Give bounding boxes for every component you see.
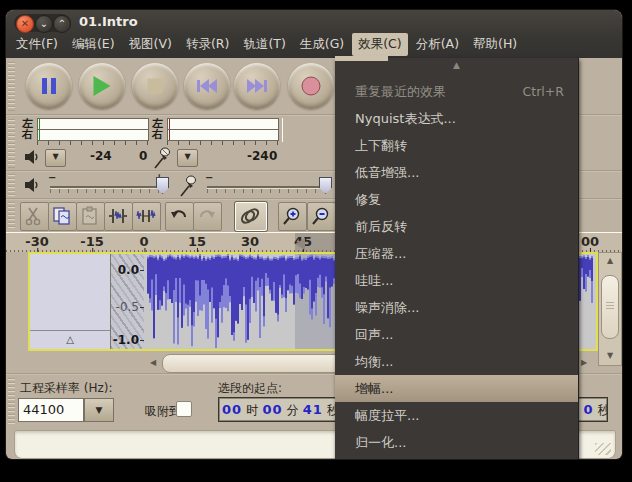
vertical-scroll-thumb[interactable] [601, 275, 619, 339]
skip-end-button[interactable] [234, 63, 280, 109]
trim-icon [108, 206, 128, 226]
stop-button[interactable] [132, 63, 178, 109]
paste-button[interactable] [76, 202, 105, 231]
maximize-button[interactable]: ⌃ [53, 15, 71, 33]
menu-anchor-strip [335, 56, 388, 61]
time-minutes[interactable]: 00 [262, 402, 282, 417]
shortcut-label: Ctrl+R [523, 78, 564, 105]
stop-icon [148, 79, 163, 94]
record-button[interactable] [288, 63, 334, 109]
menu-generate[interactable]: 生成(G) [294, 33, 350, 56]
zoom-out-icon [311, 206, 331, 226]
menu-item-wahwah[interactable]: 哇哇... [335, 267, 578, 294]
playback-meter-right-label: 右 [22, 130, 33, 140]
copy-button[interactable] [48, 202, 77, 231]
zoom-in-icon [282, 206, 302, 226]
skip-start-button[interactable] [184, 63, 230, 109]
playback-meter-ticks [37, 141, 149, 145]
playback-device-dropdown[interactable]: ▼ [45, 149, 66, 167]
menu-effects[interactable]: 效果(C) [352, 33, 407, 56]
menu-item-leveller[interactable]: 幅度拉平... [335, 402, 578, 429]
minimize-button[interactable]: ⌄ [35, 15, 53, 33]
zoom-in-button[interactable] [278, 202, 307, 231]
scroll-up-arrow[interactable]: ▲ [599, 256, 621, 265]
menu-help[interactable]: 帮助(H) [467, 33, 523, 56]
project-rate-value[interactable]: 44100 [18, 398, 84, 422]
toolbar-grip[interactable] [8, 62, 15, 111]
recording-device-dropdown[interactable]: ▼ [177, 149, 198, 167]
undo-button[interactable] [165, 202, 194, 231]
toolbar-grip[interactable] [8, 174, 15, 196]
menu-item-invert[interactable]: 上下翻转 [335, 132, 578, 159]
skip-start-icon [197, 79, 217, 93]
track-collapse-button[interactable]: △ [30, 331, 110, 349]
playback-meter-right-bar[interactable] [37, 129, 149, 141]
menu-item-reverse[interactable]: 前后反转 [335, 213, 578, 240]
menu-item-noise-removal[interactable]: 噪声消除... [335, 294, 578, 321]
copy-icon [52, 206, 72, 226]
timeline-label: 00 [581, 234, 599, 249]
snap-to-checkbox[interactable] [176, 401, 192, 417]
menu-item-equalization[interactable]: 均衡... [335, 348, 578, 375]
output-slider-ticks [50, 189, 167, 193]
menu-item-compressor[interactable]: 压缩器... [335, 240, 578, 267]
sync-lock-button[interactable] [235, 202, 267, 231]
zoom-out-button[interactable] [307, 202, 336, 231]
record-icon [302, 77, 321, 96]
menu-item-echo[interactable]: 回声... [335, 321, 578, 348]
resize-grip[interactable] [595, 443, 611, 455]
pause-button[interactable] [26, 63, 72, 109]
menu-edit[interactable]: 编辑(E) [66, 33, 121, 56]
pause-icon [42, 78, 56, 94]
redo-button[interactable] [193, 202, 222, 231]
recording-scale-minus24: -24 [247, 149, 269, 163]
menu-item-bass-boost[interactable]: 低音增强... [335, 159, 578, 186]
vertical-ruler[interactable]: 0.0 -0.5 -1.0 [111, 254, 144, 349]
track-control-panel[interactable]: △ [30, 254, 110, 349]
trim-button[interactable] [104, 202, 133, 231]
effects-menu: ▲ 重复最近的效果Ctrl+R Nyquist表达式... 上下翻转 低音增强.… [335, 58, 579, 459]
ruler-label: 0.0 [118, 263, 139, 277]
scroll-left-arrow[interactable]: ◀ [147, 358, 159, 367]
recording-meter-ticks [167, 141, 279, 145]
vertical-scrollbar[interactable]: ▲ ▼ [598, 252, 622, 366]
output-minus-label: − [48, 172, 56, 183]
link-icon [238, 205, 262, 227]
ruler-label: -0.5 [116, 300, 139, 314]
toolbar-grip[interactable] [8, 119, 15, 168]
input-volume-slider[interactable] [207, 186, 327, 188]
microphone-icon [178, 174, 200, 198]
playback-scale-zero: 0 [139, 149, 147, 163]
timeline-label: -15 [80, 234, 104, 249]
silence-icon [136, 206, 156, 226]
menu-analyze[interactable]: 分析(A) [410, 33, 465, 56]
menu-item-normalize[interactable]: 归一化... [335, 429, 578, 456]
menu-item-repair[interactable]: 修复 [335, 186, 578, 213]
menu-item-repeat-last-effect: 重复最近的效果Ctrl+R [335, 78, 578, 105]
time-hours[interactable]: 00 [222, 402, 242, 417]
menu-scroll-up-icon[interactable]: ▲ [335, 60, 578, 70]
menu-item-amplify[interactable]: 增幅... [335, 375, 578, 402]
close-button[interactable]: ✕ [16, 15, 34, 33]
menu-transcribe[interactable]: 转录(R) [180, 33, 235, 56]
project-rate-dropdown[interactable]: ▼ [84, 398, 114, 422]
play-button[interactable] [79, 63, 125, 109]
play-icon [94, 76, 111, 96]
output-volume-slider[interactable] [50, 186, 167, 188]
toolbar-grip[interactable] [8, 378, 15, 424]
silence-button[interactable] [132, 202, 161, 231]
window-title: 01.Intro [79, 14, 138, 29]
menu-view[interactable]: 视图(V) [123, 33, 178, 56]
menu-tracks[interactable]: 轨道(T) [237, 33, 291, 56]
menu-item-nyquist-prompt[interactable]: Nyquist表达式... [335, 105, 578, 132]
menu-file[interactable]: 文件(F) [10, 33, 64, 56]
recording-meter-right-bar[interactable] [167, 129, 279, 141]
selection-edge-arrow[interactable] [295, 238, 305, 250]
cut-button[interactable] [20, 202, 49, 231]
time-seconds[interactable]: 41 [303, 402, 323, 417]
ruler-label: -1.0 [113, 333, 139, 347]
scroll-right-arrow[interactable]: ▶ [578, 358, 590, 367]
toolbar-grip[interactable] [8, 202, 15, 229]
time-end-unit: 秒 [598, 403, 608, 417]
timeline-label: 30 [241, 234, 259, 249]
